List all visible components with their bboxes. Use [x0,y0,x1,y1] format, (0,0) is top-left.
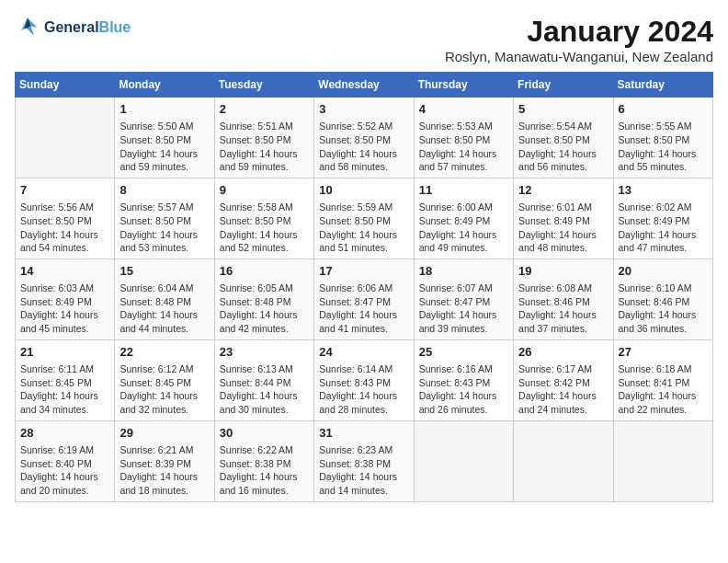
calendar-cell: 5Sunrise: 5:54 AM Sunset: 8:50 PM Daylig… [514,98,613,178]
weekday-header-saturday: Saturday [613,73,712,98]
day-content: Sunrise: 6:13 AM Sunset: 8:44 PM Dayligh… [220,362,309,417]
day-content: Sunrise: 6:12 AM Sunset: 8:45 PM Dayligh… [119,362,209,417]
calendar-cell: 24Sunrise: 6:14 AM Sunset: 8:43 PM Dayli… [314,339,414,420]
calendar-cell: 11Sunrise: 6:00 AM Sunset: 8:49 PM Dayli… [414,178,513,259]
day-number: 24 [319,344,408,361]
day-number: 15 [119,263,209,280]
calendar-week-row: 21Sunrise: 6:11 AM Sunset: 8:45 PM Dayli… [16,339,713,420]
calendar-cell: 29Sunrise: 6:21 AM Sunset: 8:39 PM Dayli… [115,420,214,501]
day-number: 17 [319,263,408,280]
calendar-week-row: 7Sunrise: 5:56 AM Sunset: 8:50 PM Daylig… [16,178,713,259]
day-content: Sunrise: 5:57 AM Sunset: 8:50 PM Dayligh… [119,201,209,255]
day-number: 5 [518,101,608,118]
day-number: 3 [319,101,408,118]
location-subtitle: Roslyn, Manawatu-Wanganui, New Zealand [445,49,713,64]
day-number: 11 [419,182,508,199]
day-content: Sunrise: 6:19 AM Sunset: 8:40 PM Dayligh… [20,443,109,498]
calendar-cell: 15Sunrise: 6:04 AM Sunset: 8:48 PM Dayli… [115,259,214,339]
calendar-cell: 4Sunrise: 5:53 AM Sunset: 8:50 PM Daylig… [414,98,513,178]
calendar-table: SundayMondayTuesdayWednesdayThursdayFrid… [15,72,713,502]
day-number: 13 [619,182,708,199]
day-content: Sunrise: 5:53 AM Sunset: 8:50 PM Dayligh… [419,120,508,174]
day-content: Sunrise: 6:08 AM Sunset: 8:46 PM Dayligh… [518,282,608,336]
calendar-cell: 27Sunrise: 6:18 AM Sunset: 8:41 PM Dayli… [613,339,712,420]
day-number: 12 [518,182,608,199]
day-number: 2 [220,101,309,118]
calendar-cell: 10Sunrise: 5:59 AM Sunset: 8:50 PM Dayli… [314,178,414,259]
calendar-cell: 8Sunrise: 5:57 AM Sunset: 8:50 PM Daylig… [115,178,214,259]
day-content: Sunrise: 5:54 AM Sunset: 8:50 PM Dayligh… [518,120,608,174]
day-number: 28 [20,425,109,442]
day-number: 30 [220,425,309,442]
day-content: Sunrise: 6:16 AM Sunset: 8:43 PM Dayligh… [419,362,508,417]
calendar-cell [514,420,613,501]
calendar-cell [16,98,115,178]
calendar-week-row: 1Sunrise: 5:50 AM Sunset: 8:50 PM Daylig… [16,98,713,178]
weekday-header-wednesday: Wednesday [314,73,414,98]
logo-icon [15,15,40,40]
day-content: Sunrise: 6:23 AM Sunset: 8:38 PM Dayligh… [319,443,408,498]
day-number: 20 [619,263,708,280]
day-content: Sunrise: 6:21 AM Sunset: 8:39 PM Dayligh… [119,443,209,498]
calendar-week-row: 14Sunrise: 6:03 AM Sunset: 8:49 PM Dayli… [16,259,713,339]
day-number: 22 [119,344,209,361]
calendar-cell [414,420,513,501]
calendar-cell: 13Sunrise: 6:02 AM Sunset: 8:49 PM Dayli… [613,178,712,259]
calendar-cell: 19Sunrise: 6:08 AM Sunset: 8:46 PM Dayli… [514,259,613,339]
day-number: 10 [319,182,408,199]
calendar-cell: 25Sunrise: 6:16 AM Sunset: 8:43 PM Dayli… [414,339,513,420]
day-content: Sunrise: 6:02 AM Sunset: 8:49 PM Dayligh… [619,201,708,255]
calendar-cell: 12Sunrise: 6:01 AM Sunset: 8:49 PM Dayli… [514,178,613,259]
day-content: Sunrise: 6:14 AM Sunset: 8:43 PM Dayligh… [319,362,408,417]
calendar-cell: 7Sunrise: 5:56 AM Sunset: 8:50 PM Daylig… [16,178,115,259]
day-content: Sunrise: 6:00 AM Sunset: 8:49 PM Dayligh… [419,201,508,255]
weekday-header-thursday: Thursday [414,73,513,98]
day-number: 25 [419,344,508,361]
calendar-cell: 28Sunrise: 6:19 AM Sunset: 8:40 PM Dayli… [16,420,115,501]
day-number: 7 [20,182,109,199]
day-content: Sunrise: 6:04 AM Sunset: 8:48 PM Dayligh… [119,282,209,336]
day-content: Sunrise: 6:18 AM Sunset: 8:41 PM Dayligh… [619,362,708,417]
day-content: Sunrise: 6:01 AM Sunset: 8:49 PM Dayligh… [518,201,608,255]
day-number: 29 [119,425,209,442]
calendar-cell: 6Sunrise: 5:55 AM Sunset: 8:50 PM Daylig… [613,98,712,178]
day-number: 23 [220,344,309,361]
day-number: 4 [419,101,508,118]
day-content: Sunrise: 5:51 AM Sunset: 8:50 PM Dayligh… [220,120,309,174]
weekday-header-tuesday: Tuesday [214,73,313,98]
calendar-cell: 14Sunrise: 6:03 AM Sunset: 8:49 PM Dayli… [16,259,115,339]
day-number: 21 [20,344,109,361]
weekday-header-friday: Friday [514,73,613,98]
calendar-cell: 21Sunrise: 6:11 AM Sunset: 8:45 PM Dayli… [16,339,115,420]
calendar-cell: 31Sunrise: 6:23 AM Sunset: 8:38 PM Dayli… [314,420,414,501]
logo-text: GeneralBlue [44,19,131,36]
day-content: Sunrise: 5:59 AM Sunset: 8:50 PM Dayligh… [319,201,408,255]
calendar-cell: 3Sunrise: 5:52 AM Sunset: 8:50 PM Daylig… [314,98,414,178]
logo: GeneralBlue [15,15,131,40]
day-number: 9 [220,182,309,199]
day-content: Sunrise: 6:17 AM Sunset: 8:42 PM Dayligh… [518,362,608,417]
calendar-week-row: 28Sunrise: 6:19 AM Sunset: 8:40 PM Dayli… [16,420,713,501]
calendar-cell [613,420,712,501]
day-number: 18 [419,263,508,280]
day-content: Sunrise: 6:03 AM Sunset: 8:49 PM Dayligh… [20,282,109,336]
day-content: Sunrise: 5:58 AM Sunset: 8:50 PM Dayligh… [220,201,309,255]
calendar-cell: 26Sunrise: 6:17 AM Sunset: 8:42 PM Dayli… [514,339,613,420]
day-number: 1 [119,101,209,118]
day-number: 16 [220,263,309,280]
day-number: 26 [518,344,608,361]
day-content: Sunrise: 6:22 AM Sunset: 8:38 PM Dayligh… [220,443,309,498]
day-content: Sunrise: 6:11 AM Sunset: 8:45 PM Dayligh… [20,362,109,417]
day-number: 31 [319,425,408,442]
day-content: Sunrise: 5:55 AM Sunset: 8:50 PM Dayligh… [619,120,708,174]
calendar-cell: 18Sunrise: 6:07 AM Sunset: 8:47 PM Dayli… [414,259,513,339]
day-content: Sunrise: 6:06 AM Sunset: 8:47 PM Dayligh… [319,282,408,336]
day-number: 6 [619,101,708,118]
weekday-header-monday: Monday [115,73,214,98]
calendar-cell: 20Sunrise: 6:10 AM Sunset: 8:46 PM Dayli… [613,259,712,339]
calendar-cell: 17Sunrise: 6:06 AM Sunset: 8:47 PM Dayli… [314,259,414,339]
title-block: January 2024 Roslyn, Manawatu-Wanganui, … [445,15,713,64]
day-number: 8 [119,182,209,199]
calendar-cell: 1Sunrise: 5:50 AM Sunset: 8:50 PM Daylig… [115,98,214,178]
day-content: Sunrise: 5:50 AM Sunset: 8:50 PM Dayligh… [119,120,209,174]
